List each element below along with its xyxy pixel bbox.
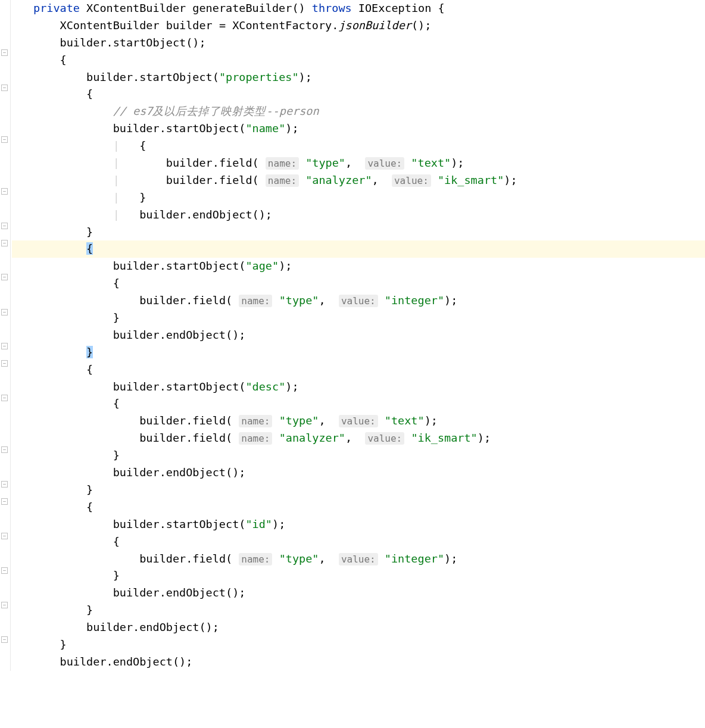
fold-marker-icon[interactable]	[1, 85, 8, 91]
code-line: builder.startObject();	[12, 35, 705, 52]
code-line: }	[12, 310, 705, 327]
code-line: }	[12, 636, 705, 654]
code-line-highlighted: {	[12, 240, 705, 258]
code-line: builder.startObject("age");	[12, 258, 705, 275]
param-hint: name:	[266, 174, 299, 187]
param-hint: name:	[239, 415, 272, 427]
code-line: builder.endObject();	[12, 619, 705, 636]
fold-marker-icon[interactable]	[1, 343, 8, 349]
code-line: // es7及以后去掉了映射类型--person	[12, 103, 705, 120]
code-line: builder.field( name: "type", value: "int…	[12, 551, 705, 568]
param-hint: value:	[392, 174, 431, 187]
code-line: }	[12, 447, 705, 464]
code-line: | }	[12, 189, 705, 207]
code-line: | builder.field( name: "type", value: "t…	[12, 155, 705, 172]
param-hint: value:	[365, 157, 404, 170]
fold-marker-icon[interactable]	[1, 602, 8, 608]
code-line: builder.field( name: "analyzer", value: …	[12, 430, 705, 447]
fold-marker-icon[interactable]	[1, 395, 8, 401]
fold-marker-icon[interactable]	[1, 274, 8, 280]
fold-marker-icon[interactable]	[1, 240, 8, 246]
code-line: }	[12, 482, 705, 499]
code-line: {	[12, 499, 705, 516]
param-hint: value:	[339, 415, 378, 427]
code-line: builder.startObject("desc");	[12, 379, 705, 396]
code-line: }	[12, 602, 705, 619]
fold-marker-icon[interactable]	[1, 498, 8, 505]
param-hint: name:	[266, 157, 299, 170]
fold-marker-icon[interactable]	[1, 136, 8, 143]
fold-marker-icon[interactable]	[1, 533, 8, 539]
param-hint: name:	[239, 295, 272, 307]
code-line: builder.field( name: "type", value: "tex…	[12, 413, 705, 430]
code-line: }	[12, 224, 705, 241]
editor-gutter	[0, 0, 11, 671]
code-line: builder.endObject();	[12, 585, 705, 602]
code-line: | {	[12, 138, 705, 155]
code-line: builder.startObject("name");	[12, 120, 705, 138]
selection: }	[86, 346, 93, 358]
param-hint: name:	[239, 553, 272, 565]
fold-marker-icon[interactable]	[1, 188, 8, 195]
param-hint: value:	[339, 553, 378, 565]
fold-marker-icon[interactable]	[1, 223, 8, 229]
fold-marker-icon[interactable]	[1, 636, 8, 643]
code-line: builder.startObject("id");	[12, 516, 705, 533]
fold-marker-icon[interactable]	[1, 567, 8, 574]
param-hint: value:	[365, 432, 404, 445]
param-hint: value:	[339, 295, 378, 307]
fold-marker-icon[interactable]	[1, 49, 8, 56]
code-line: | builder.field( name: "analyzer", value…	[12, 172, 705, 189]
code-line: {	[12, 86, 705, 103]
code-line: {	[12, 533, 705, 551]
code-line: {	[12, 52, 705, 69]
code-line: builder.field( name: "type", value: "int…	[12, 292, 705, 310]
fold-marker-icon[interactable]	[1, 481, 8, 488]
code-line: {	[12, 395, 705, 413]
fold-marker-icon[interactable]	[1, 360, 8, 367]
code-line: {	[12, 275, 705, 292]
code-line: XContentBuilder builder = XContentFactor…	[12, 17, 705, 35]
code-editor[interactable]: private XContentBuilder generateBuilder(…	[11, 0, 705, 671]
code-line: | builder.endObject();	[12, 207, 705, 224]
code-line: }	[12, 567, 705, 585]
fold-marker-icon[interactable]	[1, 309, 8, 315]
code-line: builder.endObject();	[12, 464, 705, 482]
param-hint: name:	[239, 432, 272, 445]
code-line: }	[12, 344, 705, 361]
code-line: builder.startObject("properties");	[12, 69, 705, 86]
code-line: {	[12, 361, 705, 379]
code-line: builder.endObject();	[12, 327, 705, 344]
fold-marker-icon[interactable]	[1, 446, 8, 453]
code-line: private XContentBuilder generateBuilder(…	[12, 0, 705, 17]
selection: {	[86, 242, 93, 255]
code-line: builder.endObject();	[12, 654, 705, 671]
